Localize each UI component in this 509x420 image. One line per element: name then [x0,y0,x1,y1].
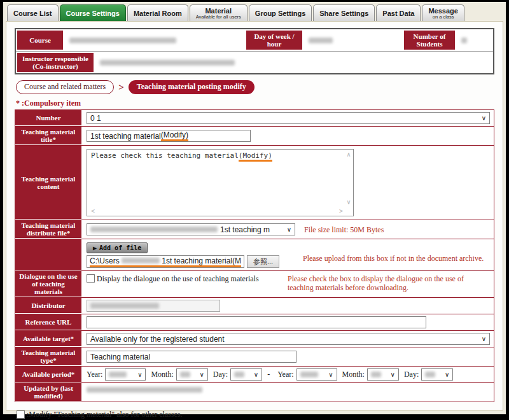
scroll-left-icon[interactable]: < [91,208,95,214]
title-label: Teaching material title* [15,127,83,145]
content-modify-highlight: (Modify) [239,151,272,162]
period-start-month-select[interactable]: ∨ [176,368,208,381]
updated-by-redacted [87,387,202,393]
breadcrumb-current-page: Teaching material posting modify [129,80,254,94]
chevron-down-icon: ∨ [478,115,486,122]
distribute-file-select[interactable]: 1st teaching m ∨ [87,223,295,235]
number-select[interactable]: 0 1 ∨ [87,112,490,124]
day-value-redacted [309,38,333,43]
form-row-updated-by: Updated by (last modified) [15,383,494,402]
chevron-down-icon: ∨ [134,371,142,378]
course-row: Course Day of week / hour Number of Stud… [16,29,493,51]
form-row-add-file: ▶ Add of file C:\Users 1st teaching mate… [15,239,494,271]
tab-message[interactable]: Messageon a class [422,4,464,21]
form-row-distributor: Distributor [15,298,494,314]
chevron-down-icon: ∨ [325,371,333,378]
instructor-row: Instructor responsible (Co-instructor) [16,51,493,73]
distributor-redacted [90,303,159,309]
course-label: Course [16,29,64,51]
material-type-label: Teaching material type* [15,347,83,366]
compulsory-note: * :Compulsory item [16,99,494,108]
period-separator: - [267,370,270,379]
instructor-label: Instructor responsible (Co-instructor) [16,52,95,73]
distribute-file-redacted [90,227,218,232]
dialogue-checkbox[interactable] [87,274,95,283]
form-row-title: Teaching material title* 1st teaching ma… [15,127,494,146]
tab-material[interactable]: MaterialAvailable for all users [190,4,248,21]
tab-share-settings[interactable]: Share Settings [313,4,375,21]
tab-course-list[interactable]: Course List [7,4,59,21]
chevron-down-icon: ∨ [251,371,258,378]
dialogue-checkbox-label: Display the dialogue on the use of teach… [97,274,259,284]
form-row-available-period: Available period* Year: ∨ Month: ∨ Day: … [15,367,494,383]
period-end-day-select[interactable]: ∨ [421,368,453,381]
course-value [64,29,245,51]
upload-note: Please upload from this box if not in th… [303,254,490,263]
title-modify-highlight: (Modify) [161,130,188,141]
period-start-year-select[interactable]: ∨ [105,368,146,381]
scroll-up-icon[interactable]: ∧ [347,151,351,158]
available-target-select[interactable]: Available only for the registered studen… [87,333,490,345]
distribute-file-label: Teaching material distribute file* [15,220,83,239]
add-file-label-spacer [15,239,83,270]
instructor-value-redacted [100,60,235,66]
available-target-label: Available target* [15,331,83,347]
app-frame: Course List Course Settings Material Roo… [3,2,506,414]
browse-button[interactable]: 参照... [247,255,279,268]
file-path-input[interactable]: C:\Users 1st teaching material(M [87,255,244,268]
dialogue-note: Please check the box to display the dial… [288,274,490,292]
students-label: Number of Students [403,29,456,51]
updated-by-label: Updated by (last modified) [15,383,83,402]
number-label: Number [15,110,83,126]
title-input[interactable]: 1st teaching material(Modify) [87,130,251,142]
tab-group-settings[interactable]: Group Settings [249,4,312,21]
scroll-right-icon[interactable]: > [339,208,343,214]
chevron-down-icon: ∨ [442,371,449,378]
material-form: Number 0 1 ∨ Teaching material title* 1s… [15,109,494,402]
breadcrumb-separator: > [118,82,124,93]
form-row-reference-url: Reference URL [15,314,494,331]
tab-material-room[interactable]: Material Room [127,4,188,21]
course-info-table: Course Day of week / hour Number of Stud… [15,28,494,74]
breadcrumb-course-matters[interactable]: Course and related matters [16,80,114,94]
period-end-year-select[interactable]: ∨ [296,368,337,381]
tab-bar: Course List Course Settings Material Roo… [3,2,506,21]
file-path-redacted [122,258,160,263]
main-panel: Course Day of week / hour Number of Stud… [6,21,503,410]
period-start-day-select[interactable]: ∨ [230,368,262,381]
scroll-down-icon[interactable]: ∨ [347,199,351,206]
chevron-down-icon: ∨ [478,335,486,342]
form-row-dialogue: Dialogue on the use of teaching material… [15,271,494,298]
file-path-highlight: C:\Users 1st teaching material(M [90,256,241,267]
period-end-month-select[interactable]: ∨ [367,368,399,381]
form-row-available-target: Available target* Available only for the… [15,331,494,347]
content-label: Teaching material content [15,146,83,220]
students-value-redacted [461,38,467,43]
play-icon: ▶ [93,244,97,251]
file-size-note: File size limit: 50M Bytes [304,225,384,234]
add-file-button[interactable]: ▶ Add of file [87,242,148,253]
reference-url-label: Reference URL [15,314,83,330]
breadcrumb: Course and related matters > Teaching ma… [16,80,494,94]
instructor-value [95,52,493,73]
day-of-week-label: Day of week / hour [245,29,303,51]
content-textarea[interactable]: Please check this teaching material(Modi… [87,149,354,216]
course-value-redacted [69,38,176,43]
chevron-down-icon: ∨ [284,226,291,233]
tab-past-data[interactable]: Past Data [376,4,421,21]
chevron-down-icon: ∨ [387,371,395,378]
chevron-down-icon: ∨ [196,371,204,378]
material-type-input[interactable]: Teaching material [87,351,296,363]
form-row-content: Teaching material content Please check t… [15,146,494,220]
day-of-week-value [303,29,403,51]
reference-url-input[interactable] [87,316,426,328]
dialogue-label: Dialogue on the use of teaching material… [15,271,83,297]
form-row-number: Number 0 1 ∨ [15,110,494,127]
students-value [456,29,493,51]
form-row-distribute-file: Teaching material distribute file* 1st t… [15,220,494,239]
available-period-label: Available period* [15,367,83,382]
other-classes-checkbox[interactable] [17,410,25,419]
tab-course-settings[interactable]: Course Settings [60,4,126,21]
form-row-material-type: Teaching material type* Teaching materia… [15,347,494,367]
distributor-value [87,300,220,312]
